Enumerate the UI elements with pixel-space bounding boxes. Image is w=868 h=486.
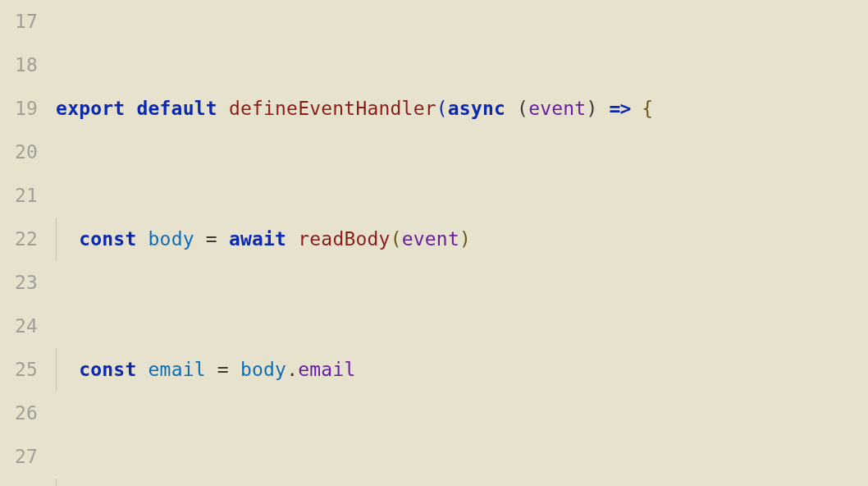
code-line[interactable]: if (!email) { (56, 479, 868, 486)
indent-guide (56, 218, 57, 261)
indent-guide (56, 479, 57, 486)
code-editor[interactable]: 17 18 19 20 21 22 23 24 25 26 27 export … (0, 0, 868, 486)
paren-close: ) (586, 98, 597, 119)
var-body: body (148, 228, 194, 250)
ref-body: body (240, 359, 286, 380)
keyword-default: default (136, 98, 217, 119)
paren-close: ) (459, 228, 471, 250)
param-event: event (528, 98, 586, 119)
line-number: 18 (15, 44, 38, 87)
line-number: 17 (15, 0, 38, 44)
code-line[interactable]: export default defineEventHandler(async … (56, 87, 868, 131)
var-email: email (148, 359, 206, 380)
code-line[interactable]: const email = body.email (56, 348, 868, 392)
line-number: 23 (15, 261, 38, 305)
line-number: 25 (15, 348, 38, 392)
arg-event: event (402, 228, 459, 250)
indent-guide (56, 348, 57, 392)
keyword-await: await (229, 228, 286, 250)
code-area[interactable]: export default defineEventHandler(async … (56, 0, 868, 486)
line-number: 26 (15, 392, 38, 435)
arrow-op: => (610, 98, 631, 119)
line-number: 19 (15, 87, 38, 131)
paren-open: ( (517, 98, 528, 119)
op-eq: = (206, 228, 217, 250)
fn-readBody: readBody (298, 228, 390, 250)
keyword-export: export (56, 98, 125, 119)
keyword-const: const (79, 359, 136, 380)
brace-open: { (642, 98, 653, 119)
line-number: 24 (15, 305, 38, 348)
paren-open: ( (436, 98, 448, 119)
keyword-async: async (448, 98, 505, 119)
prop-email: email (298, 359, 355, 380)
fn-defineEventHandler: defineEventHandler (229, 98, 436, 119)
op-eq: = (217, 359, 229, 380)
line-number: 22 (15, 218, 38, 261)
op-dot: . (286, 359, 298, 380)
paren-open: ( (391, 228, 402, 250)
keyword-const: const (79, 228, 136, 250)
line-number-gutter: 17 18 19 20 21 22 23 24 25 26 27 (0, 0, 56, 486)
line-number: 27 (15, 435, 38, 479)
line-number: 21 (15, 174, 38, 218)
code-line[interactable]: const body = await readBody(event) (56, 218, 868, 261)
line-number: 20 (15, 131, 38, 174)
